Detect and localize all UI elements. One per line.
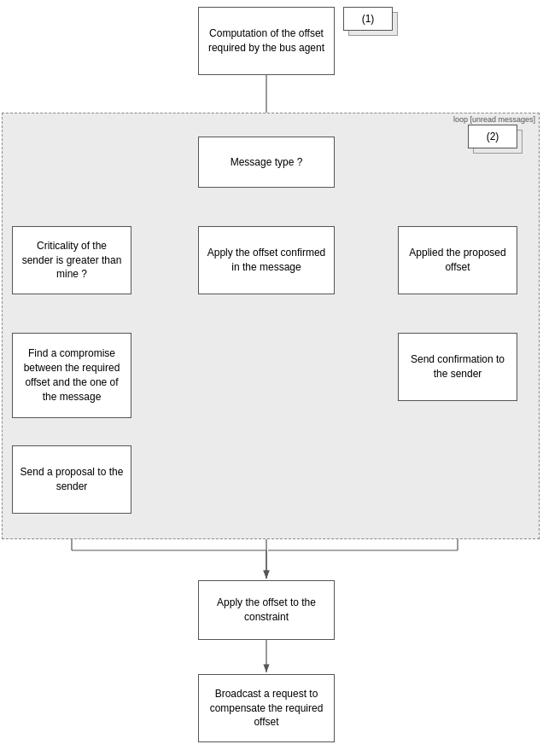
applied-proposed-box: Applied the proposed offset	[398, 226, 517, 294]
message-type-box: Message type ?	[198, 137, 335, 188]
send-proposal-box: Send a proposal to the sender	[12, 445, 131, 514]
apply-constraint-box: Apply the offset to the constraint	[198, 580, 335, 640]
find-compromise-box: Find a compromise between the required o…	[12, 333, 131, 418]
broadcast-box: Broadcast a request to compensate the re…	[198, 674, 335, 742]
diagram-container: REQUEST CONFIRMATION PROPOSAL loop [unre…	[0, 0, 543, 756]
loop-label: loop [unread messages]	[453, 115, 535, 124]
criticality-box: Criticality of the sender is greater tha…	[12, 226, 131, 294]
send-confirmation-box: Send confirmation to the sender	[398, 333, 517, 401]
apply-offset-box: Apply the offset confirmed in the messag…	[198, 226, 335, 294]
note1-box: (1)	[343, 7, 393, 31]
computation-box: Computation of the offset required by th…	[198, 7, 335, 75]
note2-box: (2)	[468, 125, 517, 148]
